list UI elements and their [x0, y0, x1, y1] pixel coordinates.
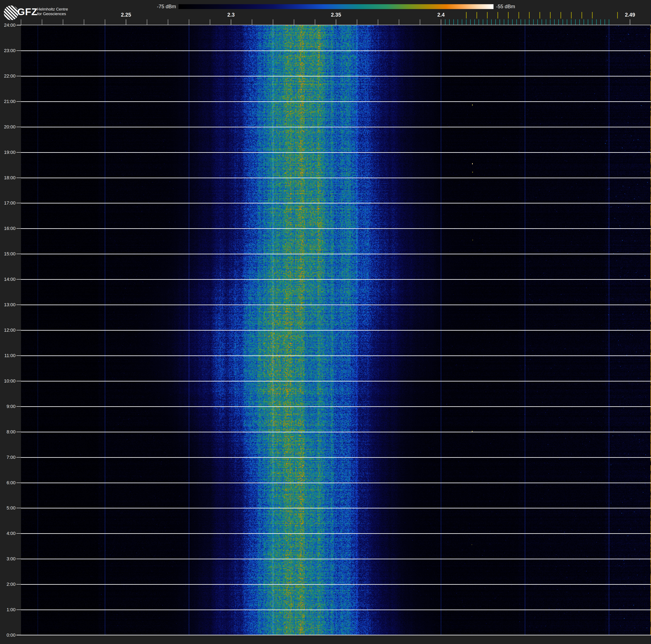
footer: https://doi.org/10.5880/GFZ.1.2.2024.003… — [0, 635, 651, 644]
ble-channel-tick — [449, 19, 450, 25]
ble-channel-tick — [592, 19, 592, 25]
hour-tick-stub — [17, 127, 21, 127]
freq-tick-label: 2.25 — [115, 12, 137, 18]
hour-tick-stub — [17, 508, 21, 508]
ble-channel-tick — [596, 19, 597, 25]
freq-major-tick — [441, 19, 441, 25]
freq-major-tick — [336, 19, 336, 25]
wifi-channel-tick — [519, 12, 519, 19]
freq-tick-label: 2.4 — [429, 12, 453, 18]
ble-channel-tick — [487, 19, 488, 25]
ble-channel-tick — [454, 19, 454, 25]
hour-label: 4:00 — [0, 531, 16, 536]
freq-minor-tick — [399, 19, 399, 25]
freq-minor-tick — [63, 19, 63, 25]
hour-tick-stub — [17, 228, 21, 229]
hour-label: 5:00 — [0, 505, 16, 511]
wifi-channel-tick — [497, 12, 498, 19]
ble-channel-tick — [483, 19, 483, 25]
wifi-channel-tick — [592, 12, 593, 19]
wifi-channel-tick — [476, 12, 477, 19]
hour-tick-stub — [17, 584, 21, 585]
hour-tick-stub — [17, 51, 21, 51]
ble-channel-tick — [546, 19, 546, 25]
ble-channel-tick — [521, 19, 521, 25]
ble-channel-tick — [554, 19, 555, 25]
hour-label: 15:00 — [0, 251, 16, 257]
ble-channel-tick — [508, 19, 508, 25]
wifi-channel-tick — [582, 12, 582, 19]
freq-minor-tick — [357, 19, 357, 25]
hour-tick-stub — [17, 76, 21, 76]
freq-minor-tick — [168, 19, 168, 25]
hour-tick-stub — [17, 25, 21, 25]
freq-minor-tick — [42, 19, 42, 25]
freq-minor-tick — [315, 19, 315, 25]
hour-tick-stub — [17, 355, 21, 356]
wifi-channel-tick — [529, 12, 530, 19]
hour-tick-stub — [17, 279, 21, 280]
hour-tick-stub — [17, 254, 21, 254]
hour-label: 12:00 — [0, 327, 16, 333]
ble-channel-tick — [550, 19, 550, 25]
ble-channel-tick — [478, 19, 479, 25]
hour-tick-stub — [17, 304, 21, 305]
hour-label: 8:00 — [0, 429, 16, 435]
ble-channel-tick — [512, 19, 513, 25]
hour-label: 16:00 — [0, 226, 16, 231]
hour-label: 23:00 — [0, 48, 16, 53]
freq-tick-label: 2.35 — [324, 12, 347, 18]
ble-channel-tick — [588, 19, 588, 25]
ble-channel-tick — [500, 19, 500, 25]
freq-minor-tick — [189, 19, 189, 25]
ble-channel-tick — [537, 19, 538, 25]
ble-channel-tick — [529, 19, 529, 25]
ble-channel-tick — [445, 19, 445, 25]
hour-label: 7:00 — [0, 455, 16, 460]
hour-label: 14:00 — [0, 276, 16, 282]
ble-channel-tick — [504, 19, 504, 25]
hour-tick-stub — [17, 559, 21, 559]
hour-label: 9:00 — [0, 404, 16, 409]
hour-label: 20:00 — [0, 124, 16, 130]
ble-channel-tick — [525, 19, 525, 25]
hour-tick-stub — [17, 406, 21, 407]
hour-label: 18:00 — [0, 175, 16, 180]
freq-tick-label: 2.3 — [219, 12, 243, 18]
hour-tick-stub — [17, 533, 21, 534]
freq-minor-tick — [378, 19, 378, 25]
ble-channel-tick — [491, 19, 492, 25]
wifi-channel-tick — [466, 12, 467, 19]
freq-minor-tick — [105, 19, 105, 25]
spectrogram-canvas — [21, 25, 651, 635]
hour-label: 24:00 — [0, 23, 16, 28]
hour-label: 3:00 — [0, 556, 16, 562]
hour-tick-stub — [17, 482, 21, 483]
wifi-channel-tick — [508, 12, 508, 19]
wifi-channel-tick — [560, 12, 561, 19]
wifi-channel-tick — [550, 12, 551, 19]
ble-channel-tick — [579, 19, 580, 25]
ble-channel-tick — [575, 19, 576, 25]
hour-tick-stub — [17, 178, 21, 178]
freq-major-tick — [630, 19, 630, 25]
freq-minor-tick — [420, 19, 420, 25]
hour-tick-stub — [17, 610, 21, 610]
ble-channel-tick — [466, 19, 466, 25]
ble-channel-tick — [609, 19, 609, 25]
ble-channel-tick — [458, 19, 458, 25]
freq-minor-tick — [273, 19, 273, 25]
hour-label: 2:00 — [0, 582, 16, 587]
hour-label: 21:00 — [0, 99, 16, 104]
wifi-channel-tick — [539, 12, 540, 19]
hour-tick-stub — [17, 330, 21, 330]
ble-channel-tick — [517, 19, 517, 25]
ble-channel-tick — [470, 19, 471, 25]
hour-label: 19:00 — [0, 150, 16, 155]
wifi-channel-tick — [571, 12, 571, 19]
ble-channel-tick — [600, 19, 601, 25]
hour-label: 1:00 — [0, 607, 16, 612]
ble-channel-tick — [533, 19, 534, 25]
ble-channel-tick — [584, 19, 584, 25]
hour-tick-stub — [17, 152, 21, 153]
